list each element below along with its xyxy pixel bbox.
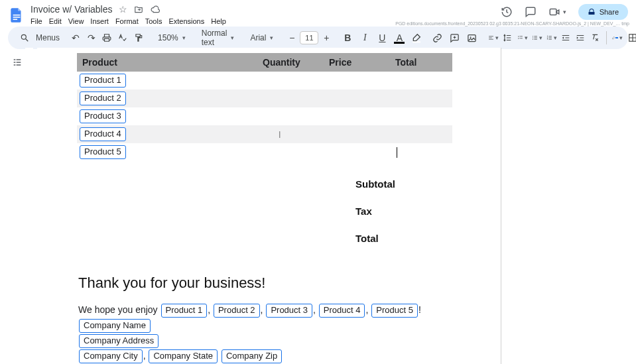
star-icon[interactable]: ☆ [119,5,127,14]
table-row[interactable]: Product 2 [77,90,452,107]
titlebar: Invoice w/ Variables ☆ File Edit View In… [0,0,636,24]
zoom-value: 150% [158,33,178,42]
svg-point-9 [533,36,533,36]
docs-app-icon[interactable] [8,7,25,24]
print-icon[interactable] [102,33,113,42]
search-icon[interactable] [20,33,31,42]
variable-chip[interactable]: Product 3 [266,304,312,318]
invoice-totals-block: Subtotal Tax Total [355,178,501,244]
table-border-all-icon[interactable] [628,33,636,42]
redo-icon[interactable]: ↷ [86,33,97,42]
invoice-table-header-row: Product Quantity Price Total [77,53,452,72]
variable-chip[interactable]: Product 4 [319,304,365,318]
variable-chip[interactable]: Product 5 [371,304,418,318]
variable-chip[interactable]: Company Address [79,334,159,348]
svg-rect-0 [13,15,21,16]
font-family-select[interactable]: Arial▾ [247,32,276,44]
document-title[interactable]: Invoice w/ Variables [31,4,112,15]
meet-icon[interactable]: ▾ [548,6,566,18]
separator: , [261,304,266,315]
table-row[interactable]: Product 5 [77,143,452,161]
thank-you-heading[interactable]: Thank you for your business! [78,274,501,292]
menu-file[interactable]: File [31,17,42,25]
zoom-select[interactable]: 150%▾ [155,32,188,44]
svg-line-5 [26,39,29,42]
font-family-value: Arial [250,33,266,42]
menu-help[interactable]: Help [211,17,226,25]
footer-body[interactable]: We hope you enjoy Product 1, Product 2, … [78,302,450,364]
undo-icon[interactable]: ↶ [70,33,81,42]
svg-point-4 [21,34,26,39]
numbered-list-icon[interactable]: 123▾ [546,33,557,42]
document-canvas[interactable]: Product Quantity Price Total Product 1 P… [33,48,629,364]
menu-extensions[interactable]: Extensions [168,17,204,25]
svg-point-11 [533,39,533,40]
variable-chip[interactable]: Product 4 [80,127,126,141]
table-row[interactable]: Product 1 [77,72,452,90]
variable-chip[interactable]: Product 2 [214,304,260,318]
decrease-font-icon[interactable]: − [286,33,297,42]
decrease-indent-icon[interactable] [561,33,572,42]
variable-chip[interactable]: Product 1 [161,304,208,318]
variable-chip[interactable]: Product 2 [80,91,126,105]
menu-insert[interactable]: Insert [90,17,109,25]
text-cursor-icon: I [279,129,281,140]
variable-chip[interactable]: Product 3 [80,109,126,123]
insert-link-icon[interactable] [432,33,443,43]
clear-formatting-icon[interactable] [590,33,601,42]
svg-rect-1 [13,17,21,18]
spellcheck-icon[interactable] [118,33,129,42]
svg-rect-6 [413,41,420,42]
variable-chip[interactable]: Company State [149,349,218,363]
menu-format[interactable]: Format [115,17,139,25]
document-outline-icon[interactable] [9,54,25,70]
cloud-saved-icon[interactable] [150,5,160,14]
page[interactable]: Product Quantity Price Total Product 1 P… [37,48,501,364]
paragraph-style-select[interactable]: Normal text▾ [199,27,237,48]
table-row[interactable]: Product 3 [77,107,452,125]
paint-format-icon[interactable] [134,33,145,42]
header-quantity: Quantity [263,57,329,68]
variable-chip[interactable]: Product 1 [80,74,126,88]
highlight-color-icon[interactable] [411,32,422,43]
header-total: Total [395,57,448,68]
enjoy-prefix: We hope you enjoy [78,304,160,315]
underline-icon[interactable]: U [377,33,387,42]
variable-chip[interactable]: Company Name [79,319,151,333]
menu-edit[interactable]: Edit [49,17,62,25]
share-button[interactable]: Share [578,4,628,20]
vertical-ruler[interactable] [25,48,33,364]
tax-label: Tax [355,206,501,217]
bulleted-list-icon[interactable]: ▾ [532,33,542,42]
pen-tool-icon[interactable]: ▾ [612,32,623,43]
menu-tools[interactable]: Tools [145,17,162,25]
table-row[interactable]: Product 4 I [77,125,452,143]
menu-view[interactable]: View [68,17,84,25]
comments-icon[interactable] [525,6,537,18]
italic-icon[interactable]: I [359,33,370,42]
separator: , [143,350,149,361]
line-spacing-icon[interactable] [503,33,513,42]
insert-image-icon[interactable] [467,33,477,43]
add-comment-icon[interactable] [450,33,460,43]
history-icon[interactable] [501,6,513,18]
align-icon[interactable]: ▾ [488,33,499,42]
menubar: File Edit View Insert Format Tools Exten… [31,17,226,25]
font-size-input[interactable]: 11 [300,31,318,44]
vertical-scrollbar[interactable] [631,46,635,360]
invoice-table: Product Quantity Price Total Product 1 P… [77,53,452,161]
separator: , [365,304,371,315]
svg-rect-2 [13,19,17,20]
variable-chip[interactable]: Company City [79,349,143,363]
text-color-icon[interactable]: A [394,33,405,42]
variable-chip[interactable]: Company Zip [222,349,282,363]
increase-font-icon[interactable]: + [321,33,332,42]
subtotal-label: Subtotal [355,178,501,190]
increase-indent-icon[interactable] [576,33,586,42]
variable-chip[interactable]: Product 5 [80,145,126,159]
file-path-hint: PGD editions.documents.frontend_20230523… [395,21,629,26]
menus-button[interactable]: Menus [36,33,60,42]
bold-icon[interactable]: B [342,33,353,42]
checklist-icon[interactable]: ▾ [517,33,528,42]
move-folder-icon[interactable] [134,5,143,14]
